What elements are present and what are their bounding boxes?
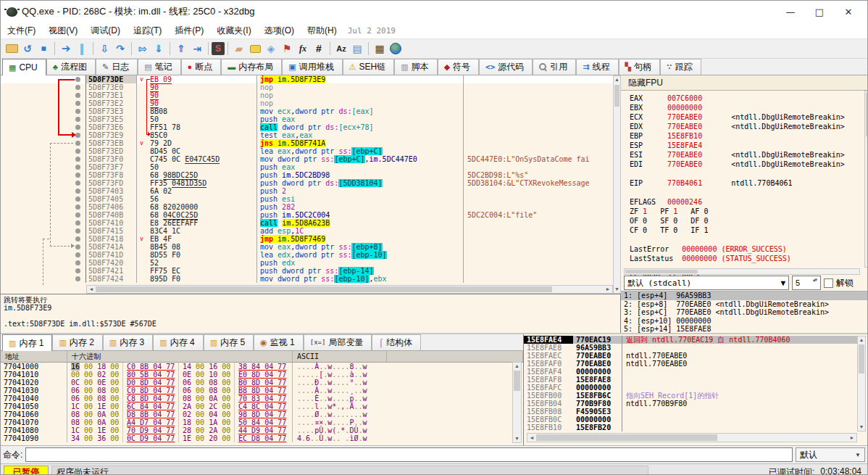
register-row[interactable]: EAX 007C6000 [630, 94, 860, 103]
registers-vscrollbar[interactable] [864, 91, 868, 268]
tab-引用[interactable]: 引用 [533, 59, 576, 75]
menu-item[interactable]: 帮助(H) [301, 24, 343, 37]
open-icon[interactable] [4, 41, 20, 56]
breakpoint-dot-icon[interactable] [75, 101, 80, 106]
run-icon[interactable] [58, 41, 74, 56]
arg-row[interactable]: 4: [esp+10] 00000000 [621, 317, 868, 326]
dump-row[interactable]: 7704107008 00 0A 00A4 D7 04 7718 00 1A 0… [1, 418, 523, 426]
disasm-row[interactable]: 5D8F740B68 04C0C25Dpush im.5DC2C0045DC2C… [1, 211, 613, 219]
register-row[interactable]: EIP 770B4061 ntdll.770B4061 [630, 178, 860, 188]
command-input[interactable] [25, 447, 793, 462]
breakpoint-dot-icon[interactable] [75, 228, 80, 234]
breakpoint-dot-icon[interactable] [75, 125, 80, 130]
tab-调用堆栈[interactable]: 调用堆栈 [282, 59, 342, 75]
stack-row[interactable]: 15E8FAF400000000 [524, 368, 859, 376]
step-over-icon[interactable] [112, 41, 128, 56]
register-row[interactable]: EDI 770EABE0 <ntdll.DbgUiRemoteBreakin> [630, 160, 860, 169]
disasm-row[interactable]: 5D8F73FDFF35 0481D35Dpush dword ptr ds:[… [1, 179, 613, 187]
stack-hscrollbar[interactable]: ◄ ► [527, 433, 857, 442]
breakpoint-dot-icon[interactable] [75, 244, 80, 249]
register-row[interactable]: EFLAGS 00000246 [630, 197, 860, 207]
tab-笔记[interactable]: 笔记 [138, 59, 180, 75]
tab-CPU[interactable]: CPU [2, 59, 46, 75]
breakpoint-dot-icon[interactable] [75, 133, 80, 138]
menu-item[interactable]: 选项(O) [258, 24, 301, 37]
disasm-row[interactable]: 5D8F741D8D55 F0lea edx,dword ptr ss:[ebp… [1, 251, 613, 259]
stack-row[interactable]: 15E8FAF815E8FAE8 [524, 376, 859, 384]
breakpoint-dot-icon[interactable] [75, 157, 80, 162]
breakpoint-dot-icon[interactable] [75, 109, 80, 114]
stack-row[interactable]: 15E8FB0C00000000 [524, 416, 859, 424]
breakpoint-dot-icon[interactable] [75, 93, 80, 98]
dump-row[interactable]: 7704103006 00 08 00C0 8D 04 7706 00 08 0… [1, 387, 523, 395]
notes-device-icon[interactable] [349, 41, 365, 56]
calculator-icon[interactable] [372, 41, 388, 56]
disasm-row[interactable]: 5D8F74036A 02push 2 [1, 187, 613, 195]
disasm-row[interactable]: 5D8F73EBv79 2Djns im.5D8F741A [1, 139, 613, 147]
breakpoint-dot-icon[interactable] [75, 205, 80, 210]
breakpoint-dot-icon[interactable] [75, 149, 80, 154]
dump-tab-内存 5[interactable]: 内存 5 [204, 334, 254, 350]
tab-日志[interactable]: 日志 [96, 59, 138, 75]
close-button[interactable]: ✕ [834, 5, 863, 19]
breakpoint-dot-icon[interactable] [75, 141, 80, 146]
dump-tab-内存 3[interactable]: 内存 3 [103, 334, 153, 350]
dump-row[interactable]: 7704100016 00 18 00C0 8B 04 7714 00 16 0… [1, 363, 523, 371]
stack-row[interactable]: 15E8FAFC00000000 [524, 384, 859, 392]
stack-vscrollbar[interactable]: ▲ ▼ [857, 336, 866, 431]
dump-tab-内存 1[interactable]: 内存 1 [2, 334, 52, 351]
breakpoint-dot-icon[interactable] [75, 260, 80, 265]
disasm-vscrollbar[interactable]: ▲ ▼ [613, 75, 621, 294]
stack-row[interactable]: 15E8FAE896A59BB3 [524, 344, 859, 352]
register-row[interactable]: ESP 15E8FAE4 [630, 141, 860, 150]
dump-row[interactable]: 7704109034 00 36 000C D9 04 771E 00 20 0… [1, 434, 523, 442]
comment-icon[interactable] [247, 41, 263, 56]
stack-row[interactable]: 15E8FAEC770EABE0ntdll.770EABE0 [524, 352, 859, 360]
unlock-checkbox[interactable] [824, 278, 833, 288]
breakpoint-dot-icon[interactable] [75, 220, 80, 226]
dump-tab-局部变量[interactable]: 局部变量 [304, 334, 372, 350]
disasm-row[interactable]: 5D8F73E985C0test eax,eax [1, 131, 613, 139]
breakpoint-dot-icon[interactable] [75, 212, 80, 218]
calling-convention-select[interactable]: 默认 (stdcall) ▼ [624, 276, 789, 290]
disasm-row[interactable]: 5D8F740556push esi [1, 195, 613, 203]
breakpoint-dot-icon[interactable] [75, 181, 80, 186]
menu-item[interactable]: 文件(F) [1, 24, 42, 37]
restart-icon[interactable] [20, 41, 36, 56]
stack-row[interactable]: 15E8FAE4770EAC19返回到 ntdll.770EAC19 自 ntd… [524, 336, 859, 344]
dump-vscrollbar[interactable]: ▲ ▼ [512, 362, 522, 443]
breakpoint-dot-icon[interactable] [75, 236, 80, 241]
dump-row[interactable]: 7704106008 00 0A 00D8 8B 04 7702 00 04 0… [1, 410, 523, 418]
register-row[interactable]: EBP 15E8FB10 [630, 131, 860, 141]
disasm-row[interactable]: 5D8F73E290nop [1, 99, 613, 107]
menu-item[interactable]: 视图(V) [42, 24, 84, 37]
dump-row[interactable]: 770410200C 00 0E 00D0 8D 04 7706 00 08 0… [1, 379, 523, 387]
dump-tab-内存 2[interactable]: 内存 2 [52, 334, 102, 350]
tab-跟踪[interactable]: 跟踪 [660, 59, 701, 75]
dump-row[interactable]: 770410501C 00 1E 006C 84 04 772A 00 2C 0… [1, 402, 523, 410]
disasm-hscrollbar[interactable]: ◄ ► [86, 285, 613, 294]
tab-内存布局[interactable]: 内存布局 [221, 59, 282, 75]
disasm-row[interactable]: 5D8F740668 82020000push 282 [1, 203, 613, 211]
disasm-row[interactable]: 5D8F73E550push eax [1, 115, 613, 123]
minimize-button[interactable]: — [776, 5, 805, 19]
maximize-button[interactable]: □ [805, 5, 834, 19]
menu-item[interactable]: 插件(P) [168, 24, 210, 37]
dump-row[interactable]: 770410801C 00 1E 0070 D9 04 7728 00 2A 0… [1, 426, 523, 434]
command-script-dropdown[interactable]: 默认 ▼ [796, 447, 865, 462]
tab-流程图[interactable]: 流程图 [46, 59, 96, 75]
arg-row[interactable]: 3: [esp+C] 770EABE0 <ntdll.DbgUiRemoteBr… [621, 308, 868, 317]
breakpoint-dot-icon[interactable] [75, 117, 80, 122]
breakpoint-dot-icon[interactable] [75, 197, 80, 202]
stack-row[interactable]: 15E8FB1015E8FB20 [524, 424, 859, 431]
bookmark-icon[interactable] [279, 41, 295, 56]
tab-脚本[interactable]: 脚本 [394, 59, 437, 75]
label-icon[interactable] [263, 41, 279, 56]
breakpoint-dot-icon[interactable] [75, 85, 80, 90]
disasm-row[interactable]: 5D8F73F0C745 0C E047C45Dmov dword ptr ss… [1, 155, 613, 163]
function-icon[interactable] [295, 41, 311, 56]
tab-线程[interactable]: 线程 [576, 59, 618, 75]
stack-row[interactable]: 15E8FB08F45905E3 [524, 408, 859, 416]
disasm-row[interactable]: 5D8F73DEvEB 09jmp im.5D8F73E9 [1, 75, 613, 83]
run-to-user-code-icon[interactable] [189, 41, 205, 56]
